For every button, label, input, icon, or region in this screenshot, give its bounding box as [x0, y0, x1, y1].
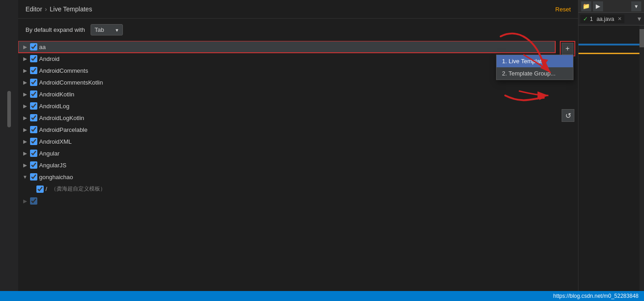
breadcrumb-current: Live Templates	[50, 5, 92, 13]
breadcrumb: Editor › Live Templates	[25, 5, 92, 13]
row-label-androidxml: AndroidXML	[39, 138, 72, 145]
row-label-androidcomments: AndroidComments	[39, 67, 88, 74]
expand-arrow-androidxml[interactable]: ▶	[22, 139, 28, 145]
undo-button[interactable]: ↺	[562, 109, 574, 122]
right-side-panel: 📁 ▶ ▼ ✓ 1 aa.java ✕ ▼	[578, 0, 644, 301]
list-item[interactable]: ▶ AndroidCommentsKotlin	[18, 76, 555, 88]
expand-arrow-angularjs[interactable]: ▶	[22, 162, 28, 168]
expand-arrow-aa[interactable]: ▶	[22, 44, 28, 50]
add-button-container: + 1. Live Template 2. Template Group...	[562, 41, 573, 55]
expand-arrow-androidcomments[interactable]: ▶	[22, 68, 28, 74]
list-item[interactable]: ▶ AndroidKotlin	[18, 88, 555, 100]
checkbox-androidcomments[interactable]	[30, 67, 37, 74]
row-label-androidcommkotlin: AndroidCommentsKotlin	[39, 79, 103, 86]
checkbox-angular[interactable]	[30, 150, 37, 157]
editor-content	[578, 25, 644, 301]
dropdown-icon[interactable]: ▼	[631, 1, 641, 11]
dropdown-item-live-template[interactable]: 1. Live Template	[497, 55, 573, 67]
checkbox-custom[interactable]	[36, 186, 44, 193]
list-item-partial[interactable]: ▶	[18, 195, 555, 207]
list-item[interactable]: ▶ AndroidXML	[18, 135, 555, 147]
list-item[interactable]: ▶ aa	[18, 41, 555, 53]
dropdown-item-template-group[interactable]: 2. Template Group...	[497, 67, 573, 80]
status-url: https://blog.csdn.net/m0_52283848	[553, 293, 639, 299]
expand-arrow-partial[interactable]: ▶	[22, 198, 28, 204]
scrollbar-thumb-right[interactable]	[639, 29, 644, 47]
plus-icon: +	[565, 45, 569, 53]
list-item[interactable]: ▶ AndroidParcelable	[18, 124, 555, 135]
row-sublabel-custom: （龚海超自定义模板）	[51, 185, 106, 193]
row-label-android: Android	[39, 55, 60, 62]
right-top-toolbar: 📁 ▶ ▼	[578, 0, 644, 13]
checkbox-androidxml[interactable]	[30, 138, 37, 145]
list-item[interactable]: ▶ AngularJS	[18, 159, 555, 171]
dropdown-label-live-template: 1. Live Template	[502, 58, 545, 65]
close-tab-icon[interactable]: ✕	[618, 16, 622, 22]
orange-line-indicator	[578, 53, 639, 54]
breadcrumb-parent: Editor	[25, 5, 42, 13]
checkbox-androidlog[interactable]	[30, 102, 37, 110]
list-item[interactable]: ▶ Angular	[18, 147, 555, 159]
checkbox-androidcommkotlin[interactable]	[30, 79, 37, 86]
list-item[interactable]: ▶ AndroidLogKotlin	[18, 112, 555, 124]
checkbox-partial[interactable]	[30, 197, 37, 205]
row-label-androidkotlin: AndroidKotlin	[39, 91, 74, 98]
undo-icon: ↺	[565, 111, 571, 120]
reset-button[interactable]: Reset	[555, 6, 571, 13]
file-tab-name: aa.java	[597, 16, 614, 22]
scrollbar-thumb[interactable]	[7, 91, 11, 127]
expand-arrow-gonghaichao[interactable]: ▼	[22, 174, 28, 180]
file-tabs-bar: ✓ 1 aa.java ✕ ▼	[578, 13, 644, 25]
checkbox-android[interactable]	[30, 55, 37, 62]
row-label-angular: Angular	[39, 150, 60, 157]
list-item-child[interactable]: / （龚海超自定义模板）	[18, 183, 555, 195]
checkbox-androidlogkotlin[interactable]	[30, 114, 37, 121]
row-label-androidlogkotlin: AndroidLogKotlin	[39, 115, 84, 121]
tab-dropdown-icon[interactable]: ▼	[636, 15, 642, 22]
left-scrollbar	[0, 0, 18, 301]
expand-label: By default expand with	[25, 26, 85, 33]
expand-select[interactable]: Tab Enter Space	[91, 24, 123, 35]
expand-arrow-androidkotlin[interactable]: ▶	[22, 91, 28, 97]
checkbox-angularjs[interactable]	[30, 161, 37, 169]
expand-row: By default expand with Tab Enter Space	[18, 19, 578, 41]
expand-arrow-androidparcelable[interactable]: ▶	[22, 127, 28, 133]
list-item[interactable]: ▶ AndroidComments	[18, 65, 555, 76]
expand-select-wrapper: Tab Enter Space	[91, 24, 123, 35]
expand-arrow-androidlog[interactable]: ▶	[22, 103, 28, 109]
blue-line-indicator	[578, 44, 644, 45]
check-icon: ✓	[583, 15, 588, 22]
file-tab-label: 1	[590, 16, 593, 22]
row-label-custom: /	[46, 186, 47, 192]
breadcrumb-separator: ›	[45, 5, 47, 13]
folder-icon[interactable]: 📁	[581, 1, 591, 11]
add-dropdown-menu: 1. Live Template 2. Template Group...	[496, 55, 573, 80]
dropdown-label-template-group: 2. Template Group...	[502, 70, 556, 77]
expand-arrow-android[interactable]: ▶	[22, 56, 28, 62]
list-item[interactable]: ▶ AndroidLog	[18, 100, 555, 112]
expand-arrow-androidcommkotlin[interactable]: ▶	[22, 80, 28, 85]
header: Editor › Live Templates Reset	[18, 0, 578, 19]
add-button[interactable]: +	[562, 43, 573, 55]
checkbox-androidparcelable[interactable]	[30, 126, 37, 133]
file-tab-aa-java[interactable]: ✓ 1 aa.java ✕	[580, 15, 624, 23]
checkbox-androidkotlin[interactable]	[30, 90, 37, 98]
checkbox-gonghaichao[interactable]	[30, 173, 37, 181]
list-item[interactable]: ▼ gonghaichao	[18, 171, 555, 183]
row-label-gonghaichao: gonghaichao	[39, 174, 73, 181]
vertical-scrollbar[interactable]	[639, 25, 644, 301]
settings-panel: Editor › Live Templates Reset By default…	[18, 0, 578, 301]
row-label-androidlog: AndroidLog	[39, 103, 70, 110]
toolbar-right: + 1. Live Template 2. Template Group...	[562, 41, 574, 122]
status-bar: https://blog.csdn.net/m0_52283848	[0, 291, 644, 301]
list-item[interactable]: ▶ Android	[18, 53, 555, 65]
checkbox-aa[interactable]	[30, 43, 37, 50]
expand-arrow-androidlogkotlin[interactable]: ▶	[22, 115, 28, 121]
run-icon[interactable]: ▶	[593, 1, 603, 11]
row-label-androidparcelable: AndroidParcelable	[39, 126, 87, 133]
template-list: ▶ aa ▶ Android ▶ AndroidComments	[18, 41, 578, 207]
expand-arrow-angular[interactable]: ▶	[22, 150, 28, 156]
row-label-angularjs: AngularJS	[39, 162, 66, 169]
row-label-aa: aa	[39, 44, 46, 50]
